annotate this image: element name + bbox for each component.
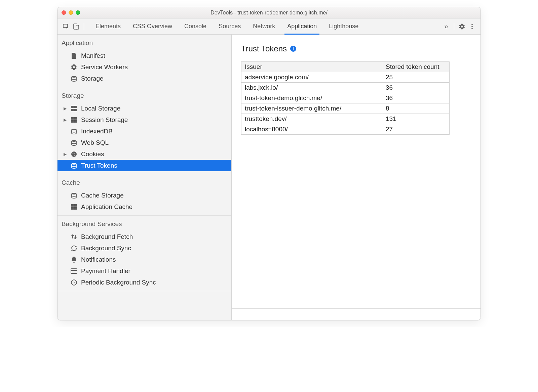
kebab-menu-icon[interactable] [468, 22, 476, 31]
sidebar-item-label: Cache Storage [81, 192, 124, 199]
sidebar-item-label: Background Sync [81, 245, 131, 252]
sidebar-divider [57, 291, 231, 291]
inspect-element-icon[interactable] [62, 22, 70, 31]
sidebar-item-application-cache[interactable]: Application Cache [57, 201, 231, 213]
cell-issuer: trust-token-issuer-demo.glitch.me/ [241, 103, 382, 114]
db-icon [70, 76, 78, 82]
db-icon [70, 192, 78, 199]
sidebar-item-label: Cookies [81, 150, 104, 158]
device-toggle-icon[interactable] [72, 22, 80, 31]
panel-divider [232, 308, 481, 309]
column-header-issuer[interactable]: Issuer [241, 62, 382, 72]
svg-rect-10 [74, 109, 77, 111]
tab-network[interactable]: Network [247, 18, 281, 35]
sidebar-item-cookies[interactable]: ▶Cookies [57, 148, 231, 160]
panel-tabs: ElementsCSS OverviewConsoleSourcesNetwor… [89, 18, 440, 35]
table-row[interactable]: trusttoken.dev/131 [241, 114, 450, 124]
sidebar-item-label: Storage [81, 75, 104, 82]
sidebar-item-manifest[interactable]: Manifest [57, 50, 231, 61]
svg-point-6 [72, 76, 76, 78]
sidebar-item-cache-storage[interactable]: Cache Storage [57, 190, 231, 201]
panel-title-row: Trust Tokens i [241, 44, 471, 53]
disclosure-triangle-icon[interactable]: ▶ [64, 152, 68, 157]
sidebar-item-label: Trust Tokens [81, 162, 117, 169]
sidebar-item-label: Payment Handler [81, 267, 130, 275]
main-panel: Trust Tokens i Issuer Stored token count… [232, 35, 481, 320]
toolbar-separator [84, 23, 84, 30]
svg-point-15 [72, 129, 76, 130]
tab-console[interactable]: Console [178, 18, 213, 35]
window-title: DevTools - trust-token-redeemer-demo.gli… [57, 10, 481, 16]
table-row[interactable]: trust-token-issuer-demo.glitch.me/8 [241, 103, 450, 114]
db-icon [70, 128, 78, 134]
sidebar-group-cache: Cache [57, 174, 231, 190]
info-icon[interactable]: i [290, 46, 296, 52]
svg-rect-8 [74, 106, 77, 108]
svg-point-5 [471, 28, 473, 29]
sidebar-item-session-storage[interactable]: ▶Session Storage [57, 114, 231, 126]
svg-rect-9 [71, 109, 74, 111]
sidebar-item-service-workers[interactable]: Service Workers [57, 61, 231, 73]
svg-rect-2 [76, 25, 79, 29]
svg-rect-11 [71, 117, 74, 120]
sidebar-item-label: Local Storage [81, 105, 120, 112]
sidebar-item-label: Application Cache [81, 203, 132, 211]
tab-lighthouse[interactable]: Lighthouse [323, 18, 364, 35]
cell-count: 27 [382, 124, 450, 135]
tab-sources[interactable]: Sources [213, 18, 247, 35]
svg-point-19 [74, 153, 75, 154]
updown-icon [70, 233, 78, 240]
sidebar-item-notifications[interactable]: Notifications [57, 254, 231, 265]
sidebar-item-label: Service Workers [81, 63, 128, 71]
sidebar-item-background-sync[interactable]: Background Sync [57, 243, 231, 254]
column-header-count[interactable]: Stored token count [382, 62, 450, 72]
more-tabs-icon[interactable]: » [442, 22, 451, 31]
table-row[interactable]: adservice.google.com/25 [241, 72, 450, 83]
sidebar-item-label: Background Fetch [81, 233, 133, 241]
cell-issuer: trusttoken.dev/ [241, 114, 382, 124]
sidebar-item-background-fetch[interactable]: Background Fetch [57, 231, 231, 243]
sidebar-item-periodic-background-sync[interactable]: Periodic Background Sync [57, 277, 231, 288]
card-icon [70, 268, 78, 274]
disclosure-triangle-icon[interactable]: ▶ [64, 118, 68, 122]
sync-icon [70, 245, 78, 252]
svg-point-22 [72, 193, 76, 194]
sidebar-item-label: IndexedDB [81, 128, 113, 135]
clock-icon [70, 279, 78, 286]
table-row[interactable]: labs.jxck.io/36 [241, 83, 450, 93]
table-row[interactable]: localhost:8000/27 [241, 124, 450, 135]
settings-icon[interactable] [458, 22, 466, 31]
bell-icon [70, 256, 78, 263]
sidebar-item-local-storage[interactable]: ▶Local Storage [57, 103, 231, 114]
sidebar-item-trust-tokens[interactable]: Trust Tokens [57, 160, 231, 171]
svg-rect-0 [63, 24, 68, 28]
svg-rect-14 [74, 120, 77, 123]
svg-rect-12 [74, 117, 77, 120]
sidebar-item-payment-handler[interactable]: Payment Handler [57, 265, 231, 277]
sidebar-item-web-sql[interactable]: Web SQL [57, 137, 231, 148]
devtools-toolbar: ElementsCSS OverviewConsoleSourcesNetwor… [57, 18, 481, 35]
sidebar-item-label: Session Storage [81, 116, 128, 124]
table-row[interactable]: trust-token-demo.glitch.me/36 [241, 93, 450, 103]
grid-icon [70, 117, 78, 123]
sidebar-item-storage[interactable]: Storage [57, 73, 231, 84]
cell-count: 8 [382, 103, 450, 114]
tab-elements[interactable]: Elements [89, 18, 127, 35]
cell-count: 131 [382, 114, 450, 124]
application-sidebar: ApplicationManifestService WorkersStorag… [57, 35, 232, 320]
tab-css-overview[interactable]: CSS Overview [127, 18, 178, 35]
disclosure-triangle-icon[interactable]: ▶ [64, 106, 68, 111]
tab-application[interactable]: Application [281, 18, 323, 35]
svg-rect-26 [74, 207, 77, 210]
sidebar-item-label: Web SQL [81, 139, 109, 146]
sidebar-item-indexeddb[interactable]: IndexedDB [57, 126, 231, 137]
svg-point-18 [73, 153, 74, 154]
cell-count: 36 [382, 93, 450, 103]
file-icon [70, 52, 78, 59]
sidebar-item-label: Manifest [81, 52, 105, 59]
svg-rect-24 [74, 204, 77, 207]
svg-point-16 [72, 140, 76, 142]
gear-icon [70, 64, 78, 71]
cell-issuer: trust-token-demo.glitch.me/ [241, 93, 382, 103]
db-icon [70, 163, 78, 169]
